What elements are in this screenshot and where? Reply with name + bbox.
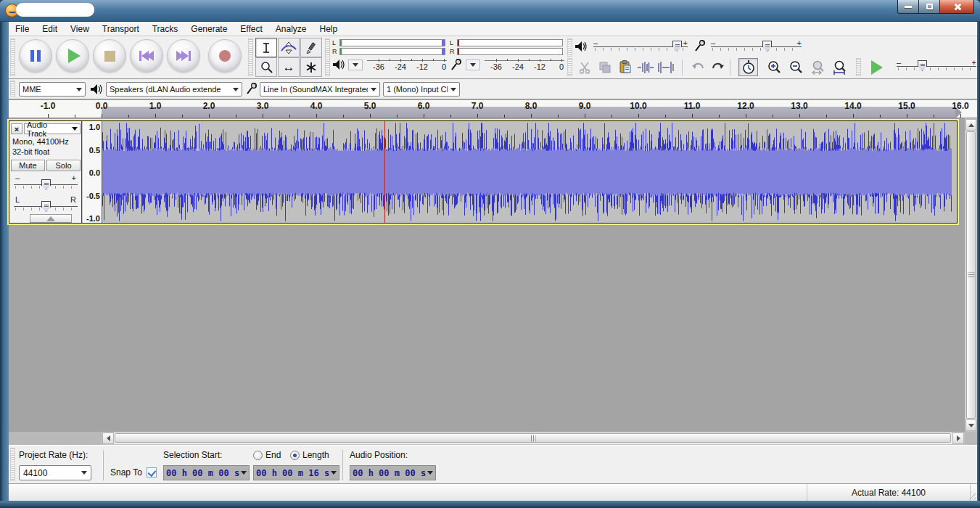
selection-start-field[interactable]: 00 h 00 m 00 s <box>163 465 250 480</box>
selection-tool-button[interactable] <box>255 38 277 57</box>
ruler-label: 14.0 <box>844 101 861 111</box>
waveform-display[interactable] <box>102 121 957 223</box>
menu-edit[interactable]: Edit <box>36 22 64 36</box>
chevron-down-icon <box>427 471 433 475</box>
selection-length-field[interactable]: 00 h 00 m 16 s <box>253 465 339 480</box>
pan-slider[interactable]: L R <box>14 197 78 214</box>
playback-meter[interactable]: L R -36-24-120 <box>332 38 447 76</box>
vertical-scale-ruler[interactable]: 1.00.50.0-0.5-1.0 <box>83 121 102 223</box>
maximize-button[interactable] <box>919 0 940 14</box>
sync-lock-tracks-button[interactable] <box>738 58 758 76</box>
multi-tool-button[interactable] <box>300 57 322 77</box>
play-at-speed-button[interactable] <box>865 58 889 76</box>
fit-project-button[interactable] <box>830 58 849 76</box>
solo-button[interactable]: Solo <box>46 160 81 171</box>
undo-button[interactable] <box>688 58 707 76</box>
recording-device-mic-icon <box>245 82 258 95</box>
menu-analyze[interactable]: Analyze <box>269 22 313 36</box>
play-button[interactable] <box>56 39 89 73</box>
draw-tool-button[interactable] <box>300 38 322 57</box>
horizontal-scroll-thumb[interactable] <box>115 433 951 443</box>
ruler-label: 0.0 <box>96 101 108 111</box>
menu-help[interactable]: Help <box>313 22 345 36</box>
menu-file[interactable]: File <box>9 22 36 36</box>
ruler-minor-tick <box>182 115 183 118</box>
menu-generate[interactable]: Generate <box>184 22 234 36</box>
track-menu-dropdown[interactable]: Audio Track <box>24 123 81 134</box>
device-toolbar-grabber[interactable] <box>10 81 15 97</box>
transport-toolbar-grabber[interactable] <box>10 38 15 76</box>
ruler-tick <box>853 114 854 118</box>
scroll-right-button[interactable] <box>952 433 964 444</box>
record-button[interactable] <box>208 39 242 73</box>
input-volume-slider[interactable]: – + <box>711 38 802 56</box>
zoom-in-button[interactable] <box>765 58 784 76</box>
actual-rate-status: Actual Rate: 44100 <box>807 484 970 501</box>
horizontal-scrollbar[interactable] <box>102 432 965 445</box>
ruler-minor-tick <box>289 115 290 118</box>
minimize-button[interactable] <box>897 0 919 14</box>
playback-meter-dropdown[interactable] <box>348 60 363 70</box>
envelope-tool-button[interactable] <box>278 38 300 57</box>
playback-meter-right-label: R <box>332 48 337 55</box>
vertical-scrollbar[interactable] <box>965 118 977 432</box>
play-speed-slider[interactable]: – + <box>897 58 976 75</box>
paste-button[interactable] <box>615 58 635 76</box>
title-bar[interactable] <box>0 0 980 22</box>
gain-slider[interactable]: – + <box>14 175 78 192</box>
mixer-toolbar-grabber[interactable] <box>567 38 572 57</box>
stop-button[interactable] <box>93 39 126 73</box>
track-collapse-button[interactable] <box>30 214 72 223</box>
recording-device-select[interactable]: Line In (SoundMAX Integrated <box>260 82 380 97</box>
audio-position-field[interactable]: 00 h 00 m 00 s <box>350 465 436 480</box>
cut-button[interactable] <box>575 58 594 76</box>
silence-selection-button[interactable] <box>656 58 675 76</box>
mute-button[interactable]: Mute <box>11 160 45 171</box>
vertical-scroll-thumb[interactable] <box>966 131 976 419</box>
recording-channels-select[interactable]: 1 (Mono) Input Ch <box>383 82 460 97</box>
tools-toolbar-grabber[interactable] <box>248 38 253 76</box>
menu-tracks[interactable]: Tracks <box>146 22 185 36</box>
transcription-toolbar-grabber[interactable] <box>856 58 861 76</box>
recording-meter-dropdown[interactable] <box>466 60 480 70</box>
input-volume-mic-icon <box>693 39 707 52</box>
close-button[interactable] <box>940 0 974 14</box>
scroll-left-button[interactable] <box>102 433 114 444</box>
output-volume-slider[interactable]: – + <box>593 38 688 56</box>
radio-length[interactable] <box>290 451 300 460</box>
menu-transport[interactable]: Transport <box>96 22 146 36</box>
audio-host-select[interactable]: MME <box>19 82 86 97</box>
copy-button[interactable] <box>595 58 614 76</box>
ruler-tick <box>531 114 532 118</box>
skip-to-end-button[interactable] <box>167 39 200 73</box>
waveform-canvas[interactable] <box>102 122 952 222</box>
recording-meter[interactable]: L R -36-24-120 <box>450 38 564 76</box>
scroll-up-button[interactable] <box>965 119 976 131</box>
ruler-label: 5.0 <box>364 101 376 111</box>
playback-device-select[interactable]: Speakers (dLAN Audio extende <box>106 82 242 97</box>
transport-toolbar <box>19 39 242 73</box>
zoom-out-button[interactable] <box>786 58 806 76</box>
radio-end[interactable] <box>253 451 263 460</box>
redo-button[interactable] <box>708 58 728 76</box>
pause-button[interactable] <box>19 39 52 73</box>
ruler-minor-tick <box>236 115 236 118</box>
fit-selection-button[interactable] <box>808 58 828 76</box>
ruler-minor-tick <box>450 115 451 118</box>
trim-outside-selection-button[interactable] <box>635 58 655 76</box>
project-rate-select[interactable]: 44100 <box>19 465 91 480</box>
zoom-tool-button[interactable] <box>255 57 277 77</box>
selection-toolbar-grabber[interactable] <box>10 448 15 481</box>
timeline-ruler[interactable]: -1.00.01.02.03.04.05.06.07.08.09.010.011… <box>9 100 977 118</box>
menu-effect[interactable]: Effect <box>234 22 268 36</box>
ruler-label: 2.0 <box>203 101 215 111</box>
menu-view[interactable]: View <box>64 22 96 36</box>
timeshift-tool-button[interactable]: ↔ <box>278 57 300 77</box>
skip-to-start-icon <box>139 51 154 61</box>
track-close-button[interactable]: × <box>11 123 22 134</box>
scroll-down-button[interactable] <box>965 419 976 431</box>
skip-to-start-button[interactable] <box>130 39 163 73</box>
edit-toolbar-grabber[interactable] <box>567 58 572 76</box>
meter-toolbar-grabber[interactable] <box>325 38 330 76</box>
snap-to-checkbox[interactable] <box>147 467 157 478</box>
